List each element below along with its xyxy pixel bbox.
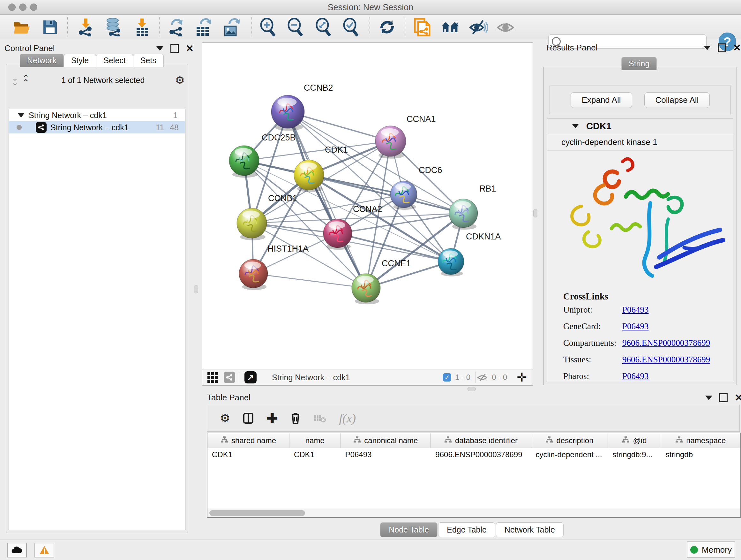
scrollbar-thumb[interactable] (209, 510, 305, 516)
detach-view-icon[interactable]: ↗ (245, 371, 257, 383)
table-cell[interactable]: 9606.ENSP00000378699 (431, 448, 531, 462)
selected-nodes-checkbox-icon[interactable]: ✓ (443, 373, 451, 381)
collapse-all-button[interactable]: Collapse All (644, 92, 710, 108)
zoom-selected-icon[interactable] (341, 18, 360, 37)
import-table-file-icon[interactable] (133, 18, 151, 37)
network-node-CDC6[interactable] (390, 181, 417, 210)
network-edge-HIST1H1A-CCNE1[interactable] (253, 273, 366, 288)
network-options-gear-icon[interactable]: ⚙ (175, 74, 185, 86)
birds-eye-view-icon[interactable]: ✛ (517, 371, 527, 383)
table-cell[interactable]: CDK1 (207, 448, 289, 462)
hide-selected-icon[interactable] (469, 18, 488, 37)
network-node-CCNB1[interactable] (237, 208, 267, 240)
show-columns-icon[interactable] (243, 413, 254, 424)
network-node-CCNA2[interactable] (323, 219, 352, 250)
show-hidden-icon[interactable] (496, 18, 515, 37)
control-panel-float-icon[interactable] (156, 46, 163, 51)
column-header-database-identifier[interactable]: database identifier (431, 433, 531, 448)
table-options-gear-icon[interactable]: ⚙ (220, 412, 230, 425)
tab-select[interactable]: Select (96, 54, 133, 67)
crosslink-link[interactable]: P06493 (622, 305, 649, 315)
expand-all-networks-icon[interactable]: ⌃⌃ (20, 76, 31, 84)
column-header--id[interactable]: @id (608, 433, 661, 448)
table-panel-maximize-icon[interactable] (719, 393, 728, 402)
network-node-CDC25B[interactable] (229, 145, 259, 178)
table-cell[interactable]: stringdb (661, 448, 740, 462)
results-panel-float-icon[interactable] (704, 46, 711, 50)
network-icon (36, 122, 47, 133)
column-header-description[interactable]: description (531, 433, 608, 448)
collection-expand-icon[interactable] (18, 113, 24, 118)
zoom-fit-icon[interactable] (314, 18, 333, 37)
tab-string[interactable]: String (621, 57, 657, 70)
memory-button[interactable]: Memory (687, 542, 735, 558)
save-session-icon[interactable] (41, 18, 59, 37)
table-cell[interactable]: cyclin-dependent ... (531, 448, 608, 462)
network-row[interactable]: String Network – cdk1 11 48 (9, 121, 185, 133)
network-view-icon[interactable] (224, 372, 235, 383)
show-all-views-icon[interactable] (441, 18, 460, 37)
results-panel-maximize-icon[interactable] (718, 44, 726, 52)
import-network-file-icon[interactable] (77, 18, 95, 37)
create-column-icon[interactable]: ✚ (266, 411, 278, 426)
network-node-RB1[interactable] (449, 199, 478, 230)
node-details-scroll[interactable]: CDK1 cyclin-dependent kinase 1 (547, 118, 733, 381)
control-panel-tabs: NetworkStyleSelectSets (20, 54, 164, 67)
collapse-all-networks-icon[interactable]: ⌄⌄ (9, 76, 20, 84)
network-node-HIST1H1A[interactable] (239, 259, 268, 290)
network-canvas[interactable]: CCNB2CCNA1CDC25BCDK1CDC6RB1CCNB1CCNA2CDK… (202, 43, 533, 369)
protein-section-header[interactable]: CDK1 (547, 118, 733, 134)
network-node-CCNE1[interactable] (352, 273, 381, 304)
zoom-in-icon[interactable] (259, 18, 277, 37)
zoom-out-icon[interactable] (286, 18, 305, 37)
export-table-icon[interactable] (194, 18, 212, 37)
table-panel-float-icon[interactable] (705, 395, 712, 400)
protein-collapse-icon[interactable] (572, 124, 579, 128)
export-network-icon[interactable] (166, 18, 185, 37)
right-splitter-handle[interactable] (533, 209, 537, 217)
show-grid-views-icon[interactable] (207, 372, 218, 383)
crosslink-link[interactable]: P06493 (622, 371, 649, 381)
table-horizontal-scrollbar[interactable] (207, 509, 740, 517)
tab-network-table[interactable]: Network Table (496, 522, 563, 537)
control-panel-close-icon[interactable]: ✕ (186, 45, 194, 52)
column-header-namespace[interactable]: namespace (661, 433, 740, 448)
table-row[interactable]: CDK1CDK1P064939606.ENSP00000378699cyclin… (207, 448, 740, 462)
network-node-CCNA1[interactable] (375, 126, 406, 159)
protein-structure-image (551, 152, 730, 286)
open-session-icon[interactable] (13, 18, 31, 37)
table-cell[interactable]: P06493 (341, 448, 431, 462)
crosslink-link[interactable]: P06493 (622, 321, 649, 331)
table-panel-close-icon[interactable]: ✕ (735, 394, 741, 401)
tab-node-table[interactable]: Node Table (380, 522, 437, 537)
column-header-canonical-name[interactable]: canonical name (341, 433, 431, 448)
import-network-database-icon[interactable] (104, 18, 123, 37)
network-node-CDKN1A[interactable] (438, 248, 464, 276)
column-header-shared-name[interactable]: shared name (207, 433, 289, 448)
table-cell[interactable]: stringdb:9... (608, 448, 661, 462)
expand-all-button[interactable]: Expand All (570, 92, 632, 108)
results-panel-close-icon[interactable]: ✕ (733, 44, 741, 51)
tab-style[interactable]: Style (64, 54, 96, 67)
tab-edge-table[interactable]: Edge Table (438, 522, 495, 537)
bottom-splitter-handle[interactable] (468, 387, 476, 391)
refresh-view-icon[interactable] (378, 18, 396, 37)
cloud-status-button[interactable] (7, 543, 27, 557)
tab-sets[interactable]: Sets (133, 54, 164, 67)
network-collection-row[interactable]: String Network – cdk1 1 (9, 109, 185, 121)
network-edge-CCNB2-CCNE1[interactable] (288, 112, 366, 288)
warning-icon (39, 546, 50, 555)
warnings-button[interactable] (35, 543, 54, 557)
tab-network[interactable]: Network (20, 54, 64, 67)
duplicate-network-icon[interactable] (413, 18, 431, 37)
column-header-name[interactable]: name (289, 433, 341, 448)
crosslink-link[interactable]: 9606.ENSP00000378699 (622, 338, 710, 348)
table-cell[interactable]: CDK1 (289, 448, 341, 462)
protein-name: CDK1 (586, 121, 611, 132)
left-splitter-handle[interactable] (194, 285, 198, 294)
export-image-icon[interactable] (222, 18, 241, 37)
current-network-indicator (17, 125, 22, 130)
crosslink-link[interactable]: 9606.ENSP00000378699 (622, 355, 710, 365)
delete-column-icon[interactable] (290, 412, 300, 424)
control-panel-maximize-icon[interactable] (171, 44, 179, 53)
